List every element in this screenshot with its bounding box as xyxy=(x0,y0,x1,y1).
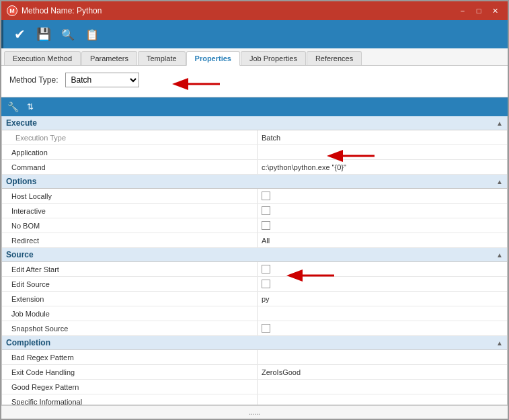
prop-bad-regex-value[interactable] xyxy=(258,350,507,364)
prop-snapshot-source-value xyxy=(258,321,507,335)
wrench-icon: 🔧 xyxy=(7,101,19,112)
table-row: Bad Regex Pattern xyxy=(2,350,507,365)
table-row: Edit After Start xyxy=(2,262,507,277)
prop-host-locally-value xyxy=(258,189,507,203)
prop-edit-after-start-label: Edit After Start xyxy=(2,262,258,276)
prop-execution-type-label: Execution Type xyxy=(2,130,258,144)
main-window: M Method Name: Python − □ ✕ ✔ 💾 🔍 📋 Exec… xyxy=(0,0,509,420)
table-row: Specific Informational xyxy=(2,394,507,405)
edit-source-checkbox[interactable] xyxy=(262,280,270,288)
prop-host-locally-label: Host Locally xyxy=(2,189,258,203)
prop-extension-label: Extension xyxy=(2,292,258,306)
prop-edit-source-value xyxy=(258,277,507,291)
main-toolbar: ✔ 💾 🔍 📋 xyxy=(1,20,508,48)
prop-no-bom-value xyxy=(258,218,507,233)
maximize-button[interactable]: □ xyxy=(471,5,486,17)
tools-button[interactable]: 🔧 xyxy=(5,99,20,114)
section-options[interactable]: Options ▲ xyxy=(2,175,507,189)
table-row: Good Regex Pattern xyxy=(2,380,507,394)
table-row: No BOM xyxy=(2,218,507,233)
tab-parameters[interactable]: Parameters xyxy=(81,51,137,65)
interactive-checkbox[interactable] xyxy=(262,206,270,215)
tab-execution-method[interactable]: Execution Method xyxy=(4,51,81,65)
prop-bad-regex-label: Bad Regex Pattern xyxy=(2,350,258,364)
clipboard-icon: 📋 xyxy=(85,28,99,41)
edit-after-start-checkbox[interactable] xyxy=(262,265,270,274)
checkmark-icon: ✔ xyxy=(14,26,26,42)
section-completion[interactable]: Completion ▲ xyxy=(2,336,507,350)
confirm-button[interactable]: ✔ xyxy=(9,24,30,45)
tab-bar: Execution Method Parameters Template Pro… xyxy=(1,48,508,66)
table-row: Snapshot Source xyxy=(2,321,507,336)
execute-section-label: Execute xyxy=(6,118,37,128)
host-locally-checkbox[interactable] xyxy=(262,192,270,200)
prop-redirect-label: Redirect xyxy=(2,233,258,247)
close-button[interactable]: ✕ xyxy=(487,5,502,17)
source-collapse-icon: ▲ xyxy=(496,251,503,259)
table-row: Host Locally xyxy=(2,189,507,204)
props-toolbar: 🔧 ⇅ xyxy=(1,97,508,116)
table-row: Interactive xyxy=(2,204,507,218)
tab-job-properties[interactable]: Job Properties xyxy=(241,51,306,65)
prop-good-regex-value[interactable] xyxy=(258,380,507,394)
prop-edit-source-label: Edit Source xyxy=(2,277,258,291)
options-section-label: Options xyxy=(6,177,36,186)
table-row: Extension py xyxy=(2,292,507,306)
app-icon: M xyxy=(7,5,17,16)
prop-execution-type-value: Batch xyxy=(258,130,507,144)
search-button[interactable]: 🔍 xyxy=(57,24,79,45)
tab-references[interactable]: References xyxy=(307,51,362,65)
prop-specific-informational-value[interactable] xyxy=(258,394,507,405)
completion-collapse-icon: ▲ xyxy=(496,339,503,347)
prop-specific-informational-label: Specific Informational xyxy=(2,394,258,405)
method-type-dropdown[interactable]: Batch Interactive Script xyxy=(65,73,139,87)
source-section-label: Source xyxy=(6,250,34,259)
minimize-button[interactable]: − xyxy=(455,5,470,17)
prop-exit-code-label: Exit Code Handling xyxy=(2,365,258,379)
paste-button[interactable]: 📋 xyxy=(81,24,103,45)
sort-button[interactable]: ⇅ xyxy=(23,99,38,114)
completion-section-label: Completion xyxy=(6,338,50,347)
snapshot-source-checkbox[interactable] xyxy=(262,324,270,333)
table-row: Edit Source xyxy=(2,277,507,292)
status-bar: ...... xyxy=(1,405,508,419)
table-row: Application xyxy=(2,145,507,160)
prop-interactive-value xyxy=(258,204,507,218)
section-execute[interactable]: Execute ▲ xyxy=(2,116,507,130)
properties-container: Execute ▲ Execution Type Batch Applicati… xyxy=(1,116,508,405)
window-title: Method Name: Python xyxy=(22,6,102,15)
prop-edit-after-start-value xyxy=(258,262,507,276)
tab-properties[interactable]: Properties xyxy=(186,51,240,66)
sort-icon: ⇅ xyxy=(27,102,34,112)
tab-template[interactable]: Template xyxy=(138,51,186,65)
prop-snapshot-source-label: Snapshot Source xyxy=(2,321,258,335)
method-type-section: Method Type: Batch Interactive Script xyxy=(1,66,508,97)
status-text: ...... xyxy=(249,409,260,416)
table-row: Command c:\python\python.exe "{0}" xyxy=(2,160,507,175)
prop-redirect-value[interactable]: All xyxy=(258,233,507,247)
window-controls: − □ ✕ xyxy=(455,5,502,17)
method-type-label: Method Type: xyxy=(9,75,58,85)
search-icon: 🔍 xyxy=(61,28,75,41)
no-bom-checkbox[interactable] xyxy=(262,221,270,230)
prop-application-label: Application xyxy=(2,145,258,159)
prop-extension-value[interactable]: py xyxy=(258,292,507,306)
prop-job-module-value[interactable] xyxy=(258,306,507,321)
title-bar: M Method Name: Python − □ ✕ xyxy=(1,1,508,20)
prop-command-value[interactable]: c:\python\python.exe "{0}" xyxy=(258,160,507,174)
section-source[interactable]: Source ▲ xyxy=(2,248,507,262)
prop-application-value[interactable] xyxy=(258,145,507,159)
prop-no-bom-label: No BOM xyxy=(2,218,258,233)
table-row: Job Module xyxy=(2,306,507,321)
save-button[interactable]: 💾 xyxy=(33,24,54,45)
table-row: Exit Code Handling ZeroIsGood xyxy=(2,365,507,380)
prop-command-label: Command xyxy=(2,160,258,174)
prop-exit-code-value[interactable]: ZeroIsGood xyxy=(258,365,507,379)
prop-good-regex-label: Good Regex Pattern xyxy=(2,380,258,394)
table-row: Redirect All xyxy=(2,233,507,248)
execute-collapse-icon: ▲ xyxy=(496,120,503,127)
save-icon: 💾 xyxy=(36,27,51,42)
table-row: Execution Type Batch xyxy=(2,130,507,145)
prop-interactive-label: Interactive xyxy=(2,204,258,218)
options-collapse-icon: ▲ xyxy=(496,178,503,185)
